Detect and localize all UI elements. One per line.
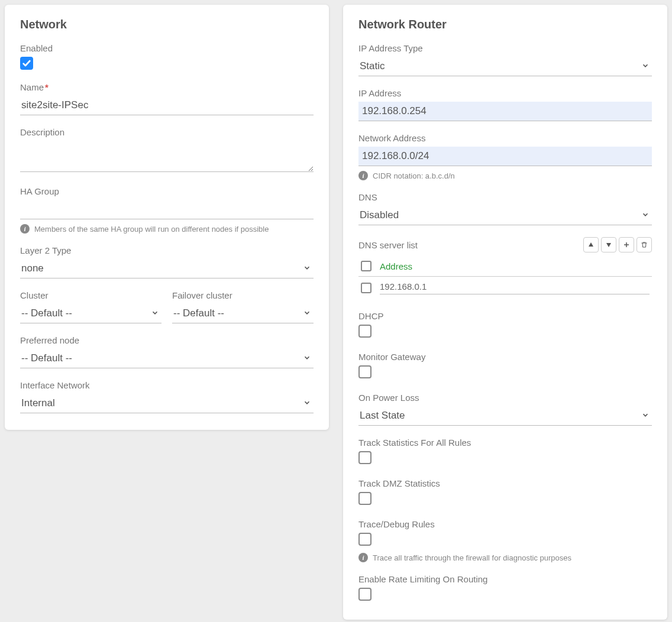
name-input[interactable]: [20, 96, 314, 115]
network-address-field: Network Address i CIDR notation: a.b.c.d…: [358, 133, 652, 180]
dns-list-header: Address: [358, 256, 652, 277]
layer2-field: Layer 2 Type: [20, 245, 314, 278]
failover-cluster-field: Failover cluster: [172, 290, 314, 323]
ha-group-label: HA Group: [20, 186, 314, 196]
network-address-input[interactable]: [358, 147, 652, 166]
dns-select[interactable]: [358, 206, 652, 225]
delete-button[interactable]: [637, 237, 652, 252]
cluster-label: Cluster: [20, 290, 161, 300]
info-icon: i: [358, 553, 368, 562]
info-icon: i: [20, 224, 30, 234]
cidr-helper-text: CIDR notation: a.b.c.d/n: [373, 171, 455, 180]
dns-server-list-label: DNS server list: [358, 240, 418, 250]
failover-cluster-select[interactable]: [172, 304, 314, 323]
network-card: Network Enabled Name* Description HA Gro…: [5, 5, 329, 430]
ha-group-helper: i Members of the same HA group will run …: [20, 224, 314, 234]
track-stats-checkbox[interactable]: [358, 451, 371, 464]
info-icon: i: [358, 171, 368, 180]
add-button[interactable]: [619, 237, 634, 252]
ip-address-input[interactable]: [358, 102, 652, 121]
ip-address-label: IP Address: [358, 88, 652, 98]
network-title: Network: [20, 18, 314, 31]
trace-helper: i Trace all traffic through the firewall…: [358, 553, 652, 562]
move-up-button[interactable]: [583, 237, 599, 252]
layer2-select[interactable]: [20, 259, 314, 278]
triangle-down-icon: [606, 242, 612, 248]
track-stats-label: Track Statistics For All Rules: [358, 438, 652, 448]
power-loss-select[interactable]: [358, 406, 652, 426]
dns-server-list-field: DNS server list Address 192.168.0.1: [358, 237, 652, 299]
enabled-label: Enabled: [20, 43, 314, 53]
rate-limit-field: Enable Rate Limiting On Routing: [358, 574, 652, 603]
cluster-field: Cluster: [20, 290, 161, 323]
dns-item-checkbox[interactable]: [361, 283, 371, 293]
ip-type-select[interactable]: [358, 57, 652, 76]
description-label: Description: [20, 127, 314, 137]
dns-list-item[interactable]: 192.168.0.1: [358, 277, 652, 299]
ha-group-helper-text: Members of the same HA group will run on…: [34, 225, 269, 234]
interface-network-label: Interface Network: [20, 380, 314, 390]
svg-marker-1: [606, 243, 611, 247]
rate-limit-label: Enable Rate Limiting On Routing: [358, 574, 652, 584]
triangle-up-icon: [588, 242, 594, 248]
dhcp-label: DHCP: [358, 311, 652, 321]
track-dmz-label: Track DMZ Statistics: [358, 478, 652, 488]
failover-cluster-label: Failover cluster: [172, 290, 314, 300]
dns-label: DNS: [358, 192, 652, 202]
svg-marker-0: [589, 242, 593, 247]
cidr-helper: i CIDR notation: a.b.c.d/n: [358, 171, 652, 180]
trace-debug-label: Trace/Debug Rules: [358, 519, 652, 529]
enabled-field: Enabled: [20, 43, 314, 70]
ip-type-field: IP Address Type: [358, 43, 652, 76]
dns-select-all-checkbox[interactable]: [361, 261, 371, 271]
plus-icon: [623, 241, 630, 248]
move-down-button[interactable]: [601, 237, 616, 252]
dns-item-address: 192.168.0.1: [380, 281, 650, 294]
trace-helper-text: Trace all traffic through the firewall f…: [373, 553, 571, 562]
preferred-node-label: Preferred node: [20, 335, 314, 345]
monitor-gateway-field: Monitor Gateway: [358, 352, 652, 381]
interface-network-field: Interface Network: [20, 380, 314, 413]
dhcp-field: DHCP: [358, 311, 652, 340]
monitor-gateway-label: Monitor Gateway: [358, 352, 652, 362]
track-dmz-checkbox[interactable]: [358, 492, 371, 505]
dhcp-checkbox[interactable]: [358, 325, 371, 338]
checkmark-icon: [22, 59, 31, 68]
name-label: Name*: [20, 82, 314, 92]
description-field: Description: [20, 127, 314, 174]
ip-address-field: IP Address: [358, 88, 652, 121]
power-loss-field: On Power Loss: [358, 393, 652, 426]
required-asterisk: *: [45, 82, 49, 92]
ha-group-input[interactable]: [20, 200, 314, 219]
name-field: Name*: [20, 82, 314, 115]
layer2-label: Layer 2 Type: [20, 245, 314, 255]
dns-address-header: Address: [380, 261, 650, 271]
interface-network-select[interactable]: [20, 394, 314, 413]
trace-debug-checkbox[interactable]: [358, 533, 371, 546]
network-router-card: Network Router IP Address Type IP Addres…: [343, 5, 667, 620]
rate-limit-checkbox[interactable]: [358, 588, 371, 601]
cluster-select[interactable]: [20, 304, 161, 323]
ip-type-label: IP Address Type: [358, 43, 652, 53]
trace-debug-field: Trace/Debug Rules i Trace all traffic th…: [358, 519, 652, 562]
power-loss-label: On Power Loss: [358, 393, 652, 403]
track-stats-field: Track Statistics For All Rules: [358, 438, 652, 466]
preferred-node-select[interactable]: [20, 349, 314, 368]
description-input[interactable]: [20, 141, 314, 172]
ha-group-field: HA Group i Members of the same HA group …: [20, 186, 314, 234]
preferred-node-field: Preferred node: [20, 335, 314, 368]
enabled-checkbox[interactable]: [20, 57, 33, 70]
network-address-label: Network Address: [358, 133, 652, 143]
dns-field: DNS: [358, 192, 652, 225]
router-title: Network Router: [358, 18, 652, 31]
track-dmz-field: Track DMZ Statistics: [358, 478, 652, 507]
trash-icon: [641, 241, 648, 248]
monitor-gateway-checkbox[interactable]: [358, 365, 371, 378]
